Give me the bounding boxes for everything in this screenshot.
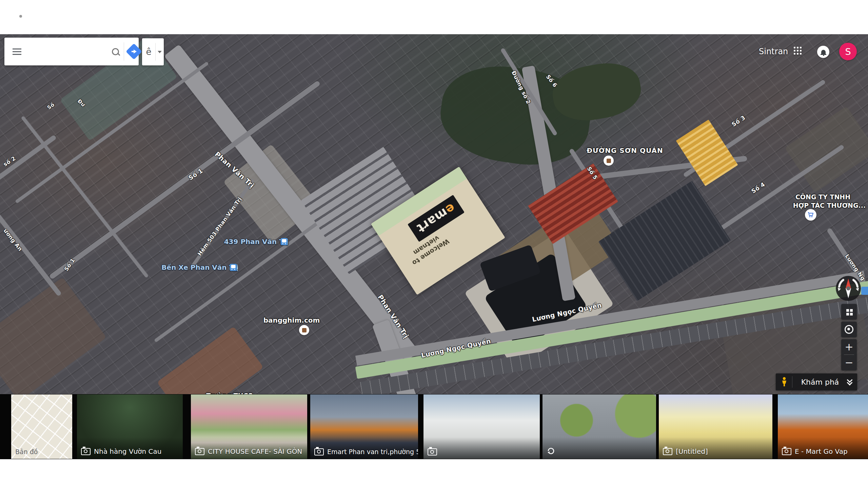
poi-square-icon	[607, 159, 611, 163]
dark-parking	[598, 181, 731, 301]
photo-thumbnail[interactable]: Nhà hàng Vườn Cau	[77, 394, 183, 459]
chevron-down-icon	[158, 51, 162, 53]
thumbnail-label-text: Bản đồ	[15, 448, 38, 455]
camera-icon	[314, 448, 324, 455]
poi-label-cong-ty-line1[interactable]: CÔNG TY TNHH	[795, 193, 850, 201]
pegman-icon	[781, 377, 788, 387]
thumbnail-label-text: Emart Phan van tri,phường 5, Gò...	[327, 448, 418, 455]
pegman-button[interactable]	[781, 377, 788, 387]
hamburger-icon	[13, 51, 21, 52]
photo-thumbnail[interactable]: [Untitled]	[659, 394, 772, 459]
poi-label-duong-son-quan[interactable]: ĐƯỜNG SƠN QUÁN	[587, 146, 663, 155]
camera-icon	[195, 448, 204, 455]
shopping-cart-icon[interactable]	[805, 209, 816, 221]
poi-marker-icon[interactable]	[604, 156, 614, 166]
transit-icon-edge[interactable]	[861, 287, 868, 295]
camera-icon	[782, 448, 791, 455]
thumbnail-label: Bản đồ	[15, 448, 38, 455]
search-button[interactable]	[110, 46, 121, 57]
explore-bar[interactable]: Khám phá	[776, 373, 857, 390]
collapse-button[interactable]	[848, 378, 852, 385]
photo-thumbnail[interactable]: CITY HOUSE CAFE- SÀI GÒN	[191, 394, 307, 459]
compass-control[interactable]	[835, 275, 862, 302]
photosphere-thumbnail[interactable]	[542, 394, 656, 459]
camera-icon	[663, 448, 672, 455]
emart-banner-mart: mart	[414, 206, 451, 236]
camera-icon	[428, 448, 437, 455]
zoom-panel: + −	[841, 339, 857, 370]
poi-marker-icon[interactable]	[299, 325, 309, 335]
poi-label-school-line1[interactable]: Trường THCS	[206, 392, 253, 394]
avatar-initial: S	[845, 46, 851, 57]
menu-button[interactable]	[13, 48, 21, 55]
camera-icon	[81, 448, 91, 455]
bell-icon	[821, 50, 826, 54]
apps-grid-button[interactable]	[793, 46, 803, 56]
ime-label: ê	[146, 47, 152, 57]
bus-stop-icon[interactable]	[230, 264, 237, 271]
notifications-button[interactable]	[817, 46, 829, 58]
compass-icon	[835, 275, 862, 302]
map-texture-patch	[0, 277, 106, 394]
cursor-dot	[19, 15, 22, 18]
zoom-out-button[interactable]: −	[841, 355, 857, 370]
divider	[124, 42, 124, 61]
bus-stop-label[interactable]: 439 Phan Văn Trị	[224, 238, 289, 246]
photosphere-icon	[547, 447, 555, 455]
bus-stop-label[interactable]: Bến Xe Phan Văn Trị	[161, 263, 238, 271]
photo-carousel: Bản đồ Nhà hàng Vườn Cau CITY HOUSE CAFE…	[0, 394, 868, 459]
my-location-button[interactable]	[841, 322, 857, 337]
tilt-grid-icon	[846, 309, 849, 312]
street-label: Hẻm 503 Phan Văn Trị	[196, 196, 243, 257]
thumbnail-label-text: E - Mart Go Vap	[795, 447, 848, 455]
ime-toggle-button[interactable]: ê	[142, 38, 155, 65]
account-avatar[interactable]: S	[839, 43, 857, 60]
photo-thumbnail[interactable]: E - Mart Go Vap	[778, 394, 868, 459]
photo-thumbnail[interactable]: Emart Phan van tri,phường 5, Gò...	[310, 394, 418, 459]
tilt-view-button[interactable]	[841, 304, 857, 320]
google-maps-page: emart Welcome to vietnam Phan Văn Trị Ph…	[0, 0, 868, 488]
photo-thumbnail[interactable]	[423, 394, 540, 459]
search-card	[4, 38, 139, 65]
directions-icon	[128, 46, 140, 57]
ime-card: ê	[142, 38, 164, 65]
map-texture-patch	[157, 326, 264, 394]
street-label: Số 3	[730, 114, 747, 128]
apps-grid-icon	[794, 47, 795, 48]
road-so-2	[0, 135, 57, 198]
thumbnail-label-text: CITY HOUSE CAFE- SÀI GÒN	[208, 447, 302, 455]
ime-dropdown-button[interactable]	[156, 38, 164, 65]
street-label: Số 4	[750, 181, 766, 195]
my-location-icon	[845, 325, 853, 334]
directions-button[interactable]	[126, 43, 142, 60]
road-uong-an	[0, 192, 62, 297]
search-input[interactable]	[26, 44, 105, 60]
poi-label-cong-ty-line2[interactable]: HỢP TÁC THƯƠNG...	[793, 202, 866, 209]
search-icon	[112, 48, 119, 55]
poi-square-icon	[302, 328, 307, 332]
thumbnail-label-text: Nhà hàng Vườn Cau	[94, 447, 161, 455]
thumbnail-label-text: [Untitled]	[676, 447, 708, 455]
map-canvas[interactable]: emart Welcome to vietnam Phan Văn Trị Ph…	[0, 34, 868, 394]
bus-stop-icon[interactable]	[281, 238, 288, 245]
zoom-in-button[interactable]: +	[841, 339, 857, 354]
poi-label-bangghim[interactable]: bangghim.com	[263, 316, 320, 324]
account-text: Sintran	[759, 47, 788, 56]
map-mode-thumbnail[interactable]: Bản đồ	[11, 394, 72, 459]
street-label: Số	[46, 101, 56, 110]
explore-label: Khám phá	[792, 378, 848, 386]
